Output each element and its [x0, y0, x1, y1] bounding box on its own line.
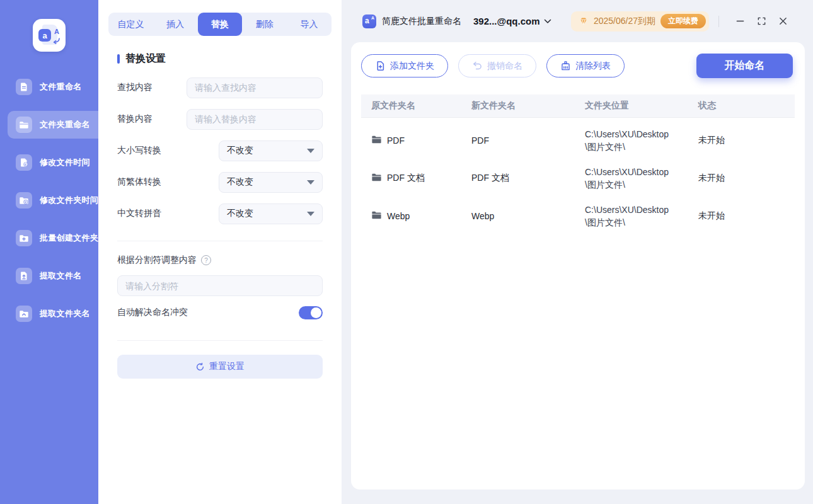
- original-folder-name: Webp: [371, 210, 471, 222]
- sidebar-nav: 文件重命名文件夹重命名修改文件时间修改文件夹时间批量创建文件夹提取文件名提取文件…: [0, 73, 98, 328]
- case-select[interactable]: 不改变: [219, 140, 323, 161]
- divider: [117, 241, 323, 241]
- sidebar-item-extract-folder-name[interactable]: 提取文件夹名: [8, 300, 98, 328]
- tab-import[interactable]: 导入: [287, 13, 332, 36]
- replace-settings-form: 查找内容 替换内容 大小写转换 不改变 简繁体转换 不改变: [108, 72, 332, 379]
- add-folder-button[interactable]: 添加文件夹: [361, 54, 448, 77]
- folder-up-icon: [16, 306, 32, 322]
- conflict-toggle[interactable]: [299, 306, 323, 319]
- status-text: 未开始: [698, 210, 785, 222]
- folder-plus-icon: [16, 230, 32, 246]
- replace-label: 替换内容: [117, 113, 153, 125]
- zh-select[interactable]: 不改变: [219, 172, 323, 193]
- tab-custom[interactable]: 自定义: [108, 13, 153, 36]
- new-folder-name: PDF: [471, 135, 585, 146]
- sidebar-item-label: 提取文件夹名: [40, 308, 90, 319]
- tab-insert[interactable]: 插入: [153, 13, 198, 36]
- sidebar-item-folder-rename[interactable]: 文件夹重命名: [8, 111, 98, 139]
- divider: [117, 340, 323, 341]
- sidebar-item-modify-file-time[interactable]: 修改文件时间: [8, 149, 98, 176]
- column-location: 文件夹位置: [585, 100, 698, 112]
- expiry-text: 2025/06/27到期: [594, 16, 655, 27]
- find-label: 查找内容: [117, 82, 153, 93]
- sidebar-item-batch-create-folder[interactable]: 批量创建文件夹: [8, 224, 98, 252]
- folder-icon: [371, 173, 382, 184]
- conflict-row: 自动解决命名冲突: [117, 296, 323, 329]
- conflict-label: 自动解决命名冲突: [117, 307, 188, 318]
- sidebar-item-label: 提取文件名: [40, 270, 82, 282]
- pinyin-label: 中文转拼音: [117, 208, 161, 219]
- sidebar-item-label: 修改文件夹时间: [40, 195, 98, 206]
- content-card: 添加文件夹 撤销命名 清除列表 开始命名 原文件夹名 新文件夹名 文件夹位置 状…: [351, 42, 805, 490]
- close-icon: [778, 16, 788, 26]
- folder-location: C:\Users\XU\Desktop\图片文件\: [585, 128, 698, 153]
- settings-panel: 自定义插入替换删除导入 替换设置 查找内容 替换内容 大小写转换 不改变: [98, 0, 342, 504]
- chevron-down-icon: [544, 19, 551, 24]
- table-row[interactable]: WebpWebpC:\Users\XU\Desktop\图片文件\未开始: [361, 197, 795, 235]
- folder-location: C:\Users\XU\Desktop\图片文件\: [585, 203, 698, 229]
- logo-arrow-icon: [52, 38, 61, 44]
- minimize-button[interactable]: [731, 13, 749, 30]
- zh-label: 简繁体转换: [117, 176, 161, 188]
- caret-down-icon: [307, 180, 314, 185]
- renew-button[interactable]: 立即续费: [660, 14, 706, 28]
- tab-delete[interactable]: 删除: [242, 13, 287, 36]
- help-icon[interactable]: ?: [201, 255, 211, 265]
- sidebar-item-label: 文件重命名: [40, 81, 82, 93]
- find-input[interactable]: [187, 77, 323, 98]
- account-menu[interactable]: 392...@qq.com: [473, 16, 551, 26]
- section-title: 替换设置: [125, 52, 166, 66]
- delimiter-label-row: 根据分割符调整内容 ?: [117, 253, 323, 268]
- column-new-name: 新文件夹名: [471, 100, 585, 112]
- replace-row: 替换内容: [117, 103, 323, 135]
- folder-icon: [371, 210, 382, 222]
- clear-list-button[interactable]: 清除列表: [546, 54, 625, 77]
- titlebar-separator: [718, 16, 719, 27]
- app-logo: a A: [33, 19, 66, 52]
- section-heading: 替换设置: [117, 52, 332, 66]
- tab-bar: 自定义插入替换删除导入: [108, 13, 332, 36]
- status-text: 未开始: [698, 173, 785, 184]
- sidebar-item-label: 修改文件时间: [40, 157, 90, 168]
- table-row[interactable]: PDFPDFC:\Users\XU\Desktop\图片文件\未开始: [361, 122, 795, 159]
- file-clock-icon: [16, 154, 32, 171]
- caret-down-icon: [307, 212, 314, 216]
- maximize-button[interactable]: [752, 13, 770, 30]
- delimiter-input[interactable]: [117, 275, 323, 296]
- logo-A-mark: A: [54, 28, 59, 35]
- case-row: 大小写转换 不改变: [117, 135, 323, 166]
- column-original-name: 原文件夹名: [371, 100, 471, 112]
- close-button[interactable]: [774, 13, 792, 30]
- pinyin-row: 中文转拼音 不改变: [117, 198, 323, 229]
- replace-input[interactable]: [187, 109, 323, 130]
- reset-button[interactable]: 重置设置: [117, 355, 323, 379]
- sidebar-item-label: 批量创建文件夹: [40, 232, 98, 244]
- new-folder-name: Webp: [471, 211, 585, 221]
- sidebar-item-label: 文件夹重命名: [40, 119, 90, 130]
- sidebar-item-file-rename[interactable]: 文件重命名: [8, 73, 98, 101]
- vip-gem-icon: [579, 16, 589, 26]
- start-rename-button[interactable]: 开始命名: [696, 54, 793, 78]
- tab-replace[interactable]: 替换: [198, 13, 243, 36]
- find-row: 查找内容: [117, 72, 323, 103]
- broom-icon: [560, 60, 571, 71]
- toolbar: 添加文件夹 撤销命名 清除列表 开始命名: [361, 54, 795, 78]
- undo-rename-button[interactable]: 撤销命名: [458, 54, 536, 77]
- caret-down-icon: [307, 149, 314, 153]
- license-badge: 2025/06/27到期 立即续费: [571, 11, 709, 32]
- new-folder-name: PDF 文档: [471, 173, 585, 184]
- sidebar-item-modify-folder-time[interactable]: 修改文件夹时间: [8, 186, 98, 214]
- table-row[interactable]: PDF 文档PDF 文档C:\Users\XU\Desktop\图片文件\未开始: [361, 159, 795, 197]
- pinyin-select[interactable]: 不改变: [219, 203, 323, 224]
- table-body: PDFPDFC:\Users\XU\Desktop\图片文件\未开始PDF 文档…: [361, 122, 795, 235]
- window-title: 简鹿文件批量重命名: [382, 16, 461, 27]
- heading-accent-bar: [117, 54, 120, 64]
- app-window: a A 文件重命名文件夹重命名修改文件时间修改文件夹时间批量创建文件夹提取文件名…: [0, 0, 813, 504]
- undo-icon: [472, 60, 483, 71]
- reset-icon: [195, 362, 205, 372]
- file-up-icon: [16, 268, 32, 284]
- original-folder-name: PDF: [371, 135, 471, 146]
- sidebar-item-extract-file-name[interactable]: 提取文件名: [8, 262, 98, 290]
- original-folder-name: PDF 文档: [371, 173, 471, 184]
- column-status: 状态: [698, 100, 785, 112]
